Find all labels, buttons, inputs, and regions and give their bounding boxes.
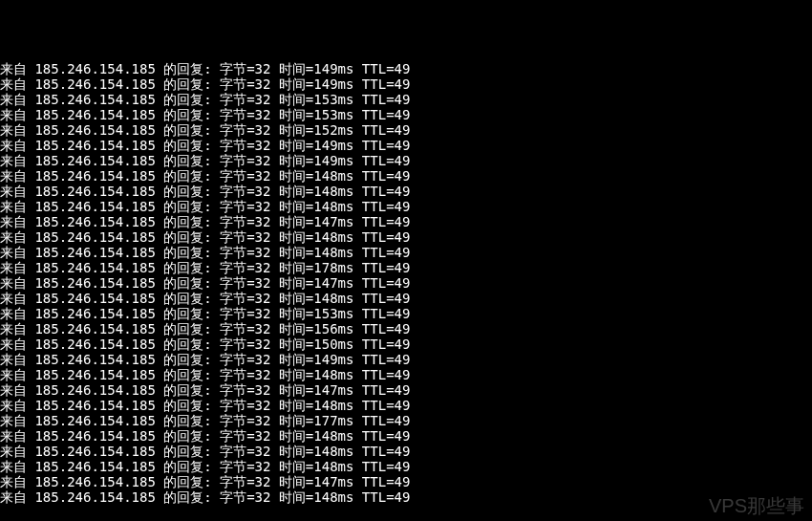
ping-reply-line: 来自 185.246.154.185 的回复: 字节=32 时间=153ms T… [0,306,812,321]
ping-reply-line: 来自 185.246.154.185 的回复: 字节=32 时间=177ms T… [0,413,812,428]
ping-reply-line: 来自 185.246.154.185 的回复: 字节=32 时间=178ms T… [0,260,812,275]
ping-reply-line: 来自 185.246.154.185 的回复: 字节=32 时间=148ms T… [0,489,812,505]
ping-reply-line: 来自 185.246.154.185 的回复: 字节=32 时间=149ms T… [0,352,812,367]
ping-reply-line: 来自 185.246.154.185 的回复: 字节=32 时间=147ms T… [0,214,812,229]
ping-reply-line: 来自 185.246.154.185 的回复: 字节=32 时间=148ms T… [0,398,812,413]
ping-reply-line: 来自 185.246.154.185 的回复: 字节=32 时间=148ms T… [0,168,812,184]
ping-reply-line: 来自 185.246.154.185 的回复: 字节=32 时间=153ms T… [0,92,812,107]
ping-reply-line: 来自 185.246.154.185 的回复: 字节=32 时间=153ms T… [0,107,812,122]
ping-reply-line: 来自 185.246.154.185 的回复: 字节=32 时间=148ms T… [0,291,812,306]
ping-reply-line: 来自 185.246.154.185 的回复: 字节=32 时间=148ms T… [0,199,812,214]
ping-reply-line: 来自 185.246.154.185 的回复: 字节=32 时间=147ms T… [0,275,812,291]
ping-reply-line: 来自 185.246.154.185 的回复: 字节=32 时间=148ms T… [0,245,812,260]
ping-reply-line: 来自 185.246.154.185 的回复: 字节=32 时间=148ms T… [0,428,812,444]
ping-reply-line: 来自 185.246.154.185 的回复: 字节=32 时间=149ms T… [0,138,812,153]
ping-reply-line: 来自 185.246.154.185 的回复: 字节=32 时间=147ms T… [0,474,812,489]
ping-reply-line: 来自 185.246.154.185 的回复: 字节=32 时间=149ms T… [0,76,812,92]
ping-reply-line: 来自 185.246.154.185 的回复: 字节=32 时间=147ms T… [0,382,812,398]
blank-line [0,505,812,520]
terminal-output: 来自 185.246.154.185 的回复: 字节=32 时间=149ms T… [0,61,812,521]
ping-reply-line: 来自 185.246.154.185 的回复: 字节=32 时间=148ms T… [0,367,812,382]
ping-reply-line: 来自 185.246.154.185 的回复: 字节=32 时间=156ms T… [0,321,812,336]
ping-reply-line: 来自 185.246.154.185 的回复: 字节=32 时间=148ms T… [0,184,812,199]
ping-reply-line: 来自 185.246.154.185 的回复: 字节=32 时间=149ms T… [0,153,812,168]
ping-reply-line: 来自 185.246.154.185 的回复: 字节=32 时间=149ms T… [0,61,812,76]
ping-reply-line: 来自 185.246.154.185 的回复: 字节=32 时间=148ms T… [0,229,812,245]
ping-reply-line: 来自 185.246.154.185 的回复: 字节=32 时间=152ms T… [0,122,812,138]
ping-reply-line: 来自 185.246.154.185 的回复: 字节=32 时间=148ms T… [0,444,812,459]
ping-reply-line: 来自 185.246.154.185 的回复: 字节=32 时间=148ms T… [0,459,812,474]
ping-reply-line: 来自 185.246.154.185 的回复: 字节=32 时间=150ms T… [0,336,812,352]
